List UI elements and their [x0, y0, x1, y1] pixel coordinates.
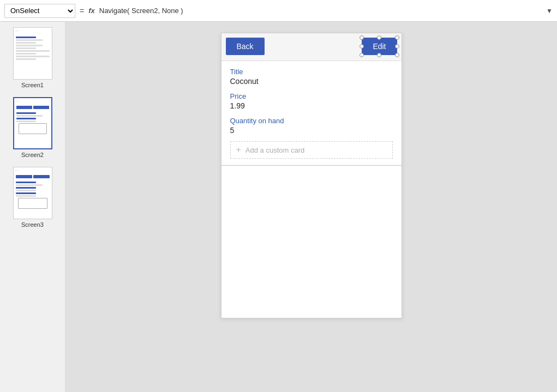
screen2-thumbnail: ··· — [13, 97, 52, 149]
screen1-dots: ··· — [14, 28, 52, 34]
screen1-content — [14, 34, 52, 79]
add-card-plus-icon: + — [236, 145, 241, 155]
handle-bottom-right — [395, 53, 399, 57]
field-quantity-label: Quantity on hand — [230, 117, 393, 125]
screen3-content — [14, 179, 52, 219]
screen3-line2 — [16, 184, 43, 186]
screen1-line8 — [16, 56, 50, 57]
screen1-line2 — [16, 39, 43, 41]
screen3-back-btn — [16, 175, 32, 178]
screen2-line2 — [16, 115, 43, 117]
sidebar-item-screen2[interactable]: ··· Screen2 — [4, 97, 61, 158]
handle-top-mid — [377, 35, 381, 40]
phone-header: Back Edit — [221, 33, 402, 61]
screen1-line3 — [16, 42, 36, 44]
back-button[interactable]: Back — [226, 38, 265, 55]
phone-lower-frame — [221, 166, 402, 318]
screen2-line3 — [16, 118, 36, 119]
formula-equals: = — [80, 7, 84, 15]
edit-button-wrapper: Edit — [362, 38, 397, 55]
field-title-label: Title — [230, 68, 393, 76]
screen2-content — [14, 110, 51, 148]
screen2-line4 — [16, 120, 36, 122]
screen3-btn-row — [14, 174, 52, 179]
formula-fx-icon: fx — [88, 7, 95, 15]
screen3-line6 — [16, 195, 36, 197]
screen2-label: Screen2 — [21, 152, 44, 158]
screen3-label: Screen3 — [21, 221, 44, 228]
formula-bar: OnSelect = fx ▼ — [0, 0, 557, 22]
handle-bottom-mid — [377, 53, 381, 57]
field-price-value: 1.99 — [230, 101, 393, 110]
phone-top-frame: Back Edit — [221, 33, 402, 166]
handle-mid-left — [360, 44, 364, 49]
screen3-line4 — [16, 190, 36, 191]
screen2-edit-btn — [33, 106, 49, 109]
app-preview: Back Edit — [221, 33, 402, 381]
screen1-label: Screen1 — [21, 82, 44, 88]
screen1-line1 — [16, 37, 36, 38]
screen2-box — [19, 123, 47, 134]
screen3-line3 — [16, 187, 36, 189]
screen1-line5 — [16, 47, 36, 49]
sidebar: ··· Screen1 ··· — [0, 22, 65, 392]
field-quantity: Quantity on hand 5 — [230, 117, 393, 135]
screen3-edit-btn — [33, 175, 50, 178]
screen3-box — [18, 198, 47, 209]
sidebar-item-screen1[interactable]: ··· Screen1 — [4, 27, 61, 88]
screen2-back-btn — [16, 106, 32, 109]
formula-select[interactable]: OnSelect — [4, 4, 75, 18]
screen2-line1 — [16, 112, 36, 114]
screen1-thumbnail: ··· — [13, 27, 52, 80]
handle-top-right — [395, 35, 399, 40]
canvas-area: Back Edit — [65, 22, 557, 392]
field-price-label: Price — [230, 92, 393, 100]
field-quantity-value: 5 — [230, 126, 393, 135]
screen1-line9 — [16, 58, 36, 60]
screen1-line7 — [16, 53, 36, 55]
formula-chevron-icon[interactable]: ▼ — [546, 7, 553, 15]
formula-input[interactable] — [99, 7, 542, 15]
screen1-line4 — [16, 45, 43, 46]
field-title: Title Coconut — [230, 68, 393, 86]
screen1-line6 — [16, 50, 50, 52]
phone-body: Title Coconut Price 1.99 Quantity on han… — [221, 61, 402, 165]
handle-bottom-left — [360, 53, 364, 57]
handle-mid-right — [395, 44, 399, 49]
screen3-dots: ··· — [14, 167, 52, 174]
add-custom-card[interactable]: + Add a custom card — [230, 141, 393, 159]
screen2-btn-row — [14, 105, 51, 110]
field-price: Price 1.99 — [230, 92, 393, 110]
sidebar-item-screen3[interactable]: ··· Screen3 — [4, 167, 61, 228]
screen2-dots: ··· — [14, 98, 51, 105]
screen3-line1 — [16, 182, 36, 183]
screen3-line5 — [16, 192, 36, 194]
screen3-thumbnail: ··· — [13, 167, 52, 219]
add-card-label: Add a custom card — [245, 146, 304, 154]
field-title-value: Coconut — [230, 77, 393, 86]
main-area: ··· Screen1 ··· — [0, 22, 557, 392]
